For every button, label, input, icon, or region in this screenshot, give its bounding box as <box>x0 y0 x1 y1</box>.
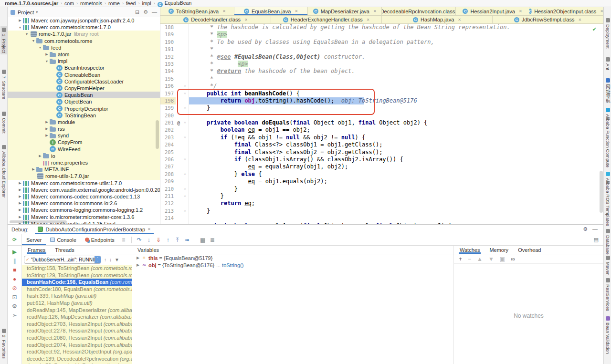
hide-icon[interactable]: — <box>152 9 157 15</box>
stripe-button-deployment[interactable]: Deployment <box>604 17 611 50</box>
stack-frame[interactable]: readObject:2703, Hessian2Input (com.alib… <box>22 321 132 328</box>
editor-tab-mapdeserializer.java[interactable]: CMapDeserializer.java✕ <box>308 7 382 15</box>
chevron-down-icon[interactable]: ▼ <box>17 26 23 29</box>
tree-item-maven-com.vaadin.external.google-android-json-0.0.20131108.vaa[interactable]: ▶Maven: com.vaadin.external.google:andro… <box>8 187 160 193</box>
debugger-settings-icon[interactable]: ⚙ <box>12 303 17 310</box>
chevron-right-icon[interactable]: ▶ <box>17 188 23 192</box>
fold-marker-icon[interactable]: ˄ <box>181 208 189 215</box>
fold-marker-icon[interactable]: ˅ <box>181 90 189 97</box>
editor-tab-decodeablerpcinvocation.class[interactable]: CDecodeableRpcInvocation.class✕ <box>382 7 456 15</box>
mute-breakpoints-icon[interactable]: ⊘ <box>12 285 17 291</box>
tree-item-maven-commons-io-commons-io-2.6[interactable]: ▶Maven: commons-io:commons-io:2.6 <box>8 200 160 207</box>
code-editor[interactable]: 188 * The hashcode is calculated by gett… <box>160 24 600 224</box>
remove-watch-icon[interactable]: − <box>468 256 471 262</box>
view-as-table-icon[interactable]: ▦ <box>198 237 208 243</box>
variable-row-obj[interactable]: ▶∞obj={ToStringBean@5176}...toString() <box>132 261 453 269</box>
tree-item-feed[interactable]: ▼feed <box>8 44 160 51</box>
tree-item-module[interactable]: ▶module <box>8 119 160 125</box>
chevron-right-icon[interactable]: ▶ <box>17 215 23 219</box>
menu-icon[interactable]: ≡ <box>119 237 128 243</box>
copy-icon[interactable]: ▣ <box>500 256 505 262</box>
tree-item-rome.properties[interactable]: rome.properties <box>8 159 160 166</box>
chevron-right-icon[interactable]: ▶ <box>17 208 23 212</box>
move-up-icon[interactable]: ▲ <box>477 256 483 262</box>
editor-scrollbar[interactable] <box>600 171 603 213</box>
force-step-into-icon[interactable]: ⇓ <box>154 237 163 243</box>
close-icon[interactable]: ✕ <box>147 227 151 231</box>
fold-marker-icon[interactable]: ˅ <box>181 134 189 141</box>
fold-marker-icon[interactable]: ˄ <box>181 193 189 200</box>
chevron-right-icon[interactable]: ▶ <box>44 134 50 137</box>
tab-overhead[interactable]: Overhead <box>517 246 542 254</box>
debug-tab-endpoints[interactable]: Endpoints <box>81 234 119 245</box>
close-icon[interactable]: ✕ <box>519 9 522 13</box>
chevron-right-icon[interactable]: ▶ <box>44 120 50 124</box>
fold-marker-icon[interactable]: ˄ <box>181 186 189 193</box>
tree-item-maven-com.jayway.jsonpath-json-path-2.4.0[interactable]: ▶Maven: com.jayway.jsonpath:json-path:2.… <box>8 17 160 24</box>
stack-frame[interactable]: readObject:2080, Hessian2Input (com.alib… <box>22 334 132 342</box>
breadcrumb-item[interactable]: CEqualsBean <box>158 0 192 7</box>
fold-marker-icon[interactable]: ˄ <box>181 83 189 90</box>
stripe-button-alibaba-ros-templates[interactable]: Alibaba ROS Templates <box>604 170 611 228</box>
chevron-right-icon[interactable]: ▶ <box>17 181 23 185</box>
move-down-icon[interactable]: ▼ <box>488 256 494 262</box>
editor-tab-hashmap.java[interactable]: CHashMap.java✕ <box>382 16 493 23</box>
breadcrumb-item[interactable]: rometools <box>80 0 102 6</box>
chevron-down-icon[interactable]: ▾ <box>36 10 38 14</box>
breadcrumb-item[interactable]: rome <box>108 0 120 6</box>
tree-item-rss[interactable]: ▶rss <box>8 125 160 132</box>
chevron-down-icon[interactable]: ▼ <box>31 39 36 42</box>
tree-item-atom[interactable]: ▶atom <box>8 51 160 58</box>
stripe-button-7-structure[interactable]: 7: Structure <box>0 68 7 101</box>
tree-item-beanintrospector[interactable]: CBeanIntrospector <box>8 64 160 71</box>
variable-row-this[interactable]: ▶≡this={EqualsBean@5179} <box>132 254 453 261</box>
stripe-button-database[interactable]: Database <box>604 228 611 256</box>
editor-tab-jdbcrowsetimpl.class[interactable]: CJdbcRowSetImpl.class✕ <box>493 16 603 23</box>
stripe-button-alibaba-function-compute[interactable]: Alibaba Function Compute <box>604 106 611 169</box>
tab-frames[interactable]: Frames <box>27 246 46 254</box>
filter-icon[interactable]: ▼ <box>115 257 119 262</box>
chevron-right-icon[interactable]: ▶ <box>17 201 23 205</box>
debug-session-tab[interactable]: DubboAutoConfigurationProviderBootstrap … <box>35 225 153 234</box>
tree-item-cloneablebean[interactable]: CCloneableBean <box>8 72 160 78</box>
close-icon[interactable]: ✕ <box>600 9 603 13</box>
stop-icon[interactable]: ■ <box>13 267 16 273</box>
drop-frame-icon[interactable]: ⤒ <box>173 237 182 243</box>
thread-dropdown[interactable]: ✓ "DubboServerH...ain": RUNNING ⌃⌄ <box>24 256 101 264</box>
pin-icon[interactable]: ➢ <box>12 312 17 319</box>
stack-frame[interactable]: beanHashCode:198, EqualsBean (com.rometo… <box>22 279 132 286</box>
close-icon[interactable]: ✕ <box>295 9 298 13</box>
stack-frame[interactable]: doReadMap:145, MapDeserializer (com.alib… <box>22 307 132 314</box>
stripe-button-alibaba-cloud-explorer[interactable]: Alibaba Cloud Explorer <box>0 144 7 199</box>
tree-item-maven-com.rometools-rome-utils-1.7.0[interactable]: ▶Maven: com.rometools:rome-utils:1.7.0 <box>8 180 160 187</box>
show-watches-in-variables-icon[interactable]: ∞ <box>511 256 515 262</box>
project-tree-horizontal-scrollbar[interactable] <box>10 220 67 223</box>
close-icon[interactable]: ✕ <box>458 18 461 22</box>
chevron-right-icon[interactable]: ▶ <box>17 19 23 22</box>
chevron-down-icon[interactable]: ▼ <box>37 46 43 49</box>
gear-icon[interactable]: ⚙ <box>583 226 588 232</box>
breadcrumb-item[interactable]: rome-1.7.0-sources.jar <box>5 0 58 6</box>
close-icon[interactable]: ✕ <box>367 18 370 22</box>
add-watch-icon[interactable]: + <box>459 256 462 262</box>
close-icon[interactable]: ✕ <box>244 18 248 22</box>
chevron-right-icon[interactable]: ▶ <box>31 167 36 171</box>
pause-icon[interactable]: ∥ <box>13 258 16 264</box>
chevron-down-icon[interactable]: ▼ <box>24 32 30 36</box>
tree-item-maven-io.micrometer-micrometer-core-1.3.6[interactable]: ▶Maven: io.micrometer:micrometer-core:1.… <box>8 213 160 220</box>
gear-icon[interactable]: ⚙ <box>143 9 148 15</box>
tree-item-equalsbean[interactable]: CEqualsBean <box>8 92 160 98</box>
thread-dump-icon[interactable]: ⊡ <box>12 294 17 301</box>
tab-threads[interactable]: Threads <box>54 246 75 254</box>
project-panel-title[interactable]: Project <box>18 10 34 15</box>
breadcrumb-item[interactable]: com <box>64 0 74 6</box>
fold-marker-icon[interactable]: ˄ <box>181 104 189 112</box>
stack-frame[interactable]: readMap:126, MapDeserializer (com.alibab… <box>22 313 132 321</box>
stack-frame[interactable]: hashCode:180, EqualsBean (com.rometools.… <box>22 286 132 293</box>
chevron-right-icon[interactable]: ▶ <box>37 154 43 158</box>
stack-frame[interactable]: put:612, HashMap (java.util) <box>22 300 132 307</box>
stack-frame[interactable]: decode:79, DecodeableRpcInvocation (org.… <box>22 362 132 364</box>
stripe-button-maven[interactable]: Maven <box>604 254 611 277</box>
tree-item-rome-utils-1.7.0.jar[interactable]: rome-utils-1.7.0.jar <box>8 173 160 179</box>
tree-item-copyfromhelper[interactable]: CCopyFromHelper <box>8 85 160 92</box>
